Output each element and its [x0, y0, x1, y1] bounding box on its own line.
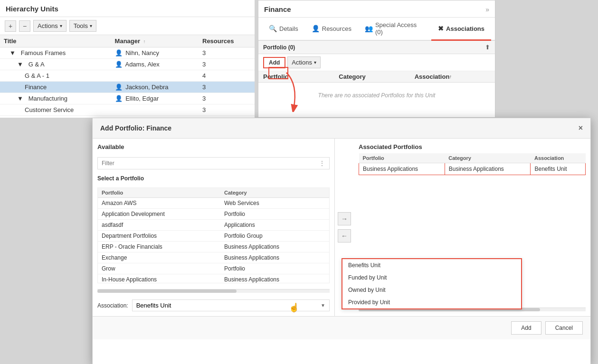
row-resources: 3 [199, 47, 255, 59]
list-portfolio: Grow [98, 263, 220, 274]
hierarchy-toolbar: + − Actions ▾ Tools ▾ [0, 17, 255, 35]
table-row[interactable]: ▼ G & A 👤 Adams, Alex 3 [0, 59, 255, 70]
list-category: Web Services [220, 198, 329, 209]
list-item[interactable]: asdfasdf Applications [98, 220, 329, 231]
association-row: Association: Benefits Unit ▼ [97, 299, 330, 311]
assoc-col-association: Association [531, 153, 586, 163]
finance-tabs: 🔍 Details 👤 Resources 👥 Special Access (… [258, 18, 495, 41]
list-col-portfolio: Portfolio [98, 188, 220, 198]
scroll-thumb [97, 289, 237, 293]
portfolio-add-button[interactable]: Add [263, 57, 285, 68]
table-row[interactable]: Customer Service 3 [0, 104, 255, 116]
row-title: Customer Service [0, 104, 111, 116]
tab-special-access[interactable]: 👥 Special Access (0) [358, 18, 431, 41]
portfolio-col-association: Association ↑ [415, 73, 490, 80]
tab-associations[interactable]: ✖ Associations [431, 18, 491, 41]
association-dropdown-menu: Benefits Unit Funded by Unit Owned by Un… [342, 258, 522, 309]
assoc-table-row-highlighted[interactable]: Business Applications Business Applicati… [359, 163, 586, 175]
assoc-category: Business Applications [445, 163, 531, 175]
select-portfolio-title: Select a Portfolio [97, 175, 330, 182]
dropdown-item-funded-by-unit[interactable]: Funded by Unit [342, 271, 521, 284]
row-resources: 3 [199, 104, 255, 116]
table-row[interactable]: ▼ Famous Frames 👤 Nihn, Nancy 3 [0, 47, 255, 59]
list-item[interactable]: Grow Portfolio [98, 263, 329, 274]
tab-resources[interactable]: 👤 Resources [305, 18, 358, 41]
list-item[interactable]: Amazon AWS Web Services [98, 198, 329, 209]
list-portfolio: asdfasdf [98, 220, 220, 231]
modal-header: Add Portfolio: Finance × [93, 118, 590, 139]
col-title: Title [0, 35, 111, 47]
list-portfolio: In-House Applications [98, 274, 220, 284]
modal-add-button[interactable]: Add [511, 321, 541, 335]
portfolio-actions-btn[interactable]: Actions ▾ [287, 56, 321, 68]
list-portfolio: Application Development [98, 209, 220, 220]
association-select[interactable]: Benefits Unit ▼ [132, 299, 330, 311]
actions-dropdown-btn[interactable]: Actions ▾ [33, 20, 66, 32]
collapse-icon[interactable]: ⬆ [485, 44, 490, 51]
portfolio-list-scroll[interactable]: Portfolio Category Amazon AWS Web Servic… [97, 187, 330, 283]
tools-dropdown-btn[interactable]: Tools ▾ [69, 20, 96, 32]
modal-title: Add Portfolio: Finance [100, 124, 171, 132]
dropdown-item-provided-by-unit[interactable]: Provided by Unit [342, 296, 521, 308]
list-item[interactable]: Department Portfolios Portfolio Group [98, 231, 329, 242]
list-portfolio: ERP - Oracle Financials [98, 242, 220, 252]
associated-portfolios-title: Associated Portfolios [359, 143, 586, 150]
assoc-col-category: Category [445, 153, 531, 163]
sort-icon: ↑ [143, 39, 145, 44]
tab-special-access-label: Special Access (0) [375, 21, 425, 36]
list-item[interactable]: Application Development Portfolio [98, 209, 329, 220]
association-dropdown-arrow: ▼ [321, 303, 325, 308]
dropdown-item-owned-by-unit[interactable]: Owned by Unit [342, 284, 521, 296]
list-item[interactable]: Exchange Business Applications [98, 252, 329, 263]
transfer-right-btn[interactable]: → [338, 212, 351, 225]
add-icon-btn[interactable]: + [5, 20, 16, 32]
row-resources-finance: 3 [199, 82, 255, 93]
table-row[interactable]: G & A - 1 4 [0, 70, 255, 82]
minus-icon-btn[interactable]: − [19, 20, 30, 32]
tab-details[interactable]: 🔍 Details [262, 18, 305, 41]
modal-cancel-button[interactable]: Cancel [545, 321, 583, 335]
row-title: ▼ G & A [0, 59, 111, 70]
row-title: G & A - 1 [0, 70, 111, 82]
details-icon: 🔍 [269, 25, 277, 32]
row-title: ▼ Manufacturing [0, 93, 111, 104]
col-manager: Manager ↑ [111, 35, 199, 47]
table-row[interactable]: ▼ Manufacturing 👤 Ellito, Edgar 3 [0, 93, 255, 104]
horizontal-scrollbar[interactable] [97, 289, 330, 293]
associations-icon: ✖ [438, 25, 444, 32]
list-portfolio: Exchange [98, 252, 220, 263]
hierarchy-title: Hierarchy Units [0, 0, 255, 17]
dropdown-item-benefits-unit[interactable]: Benefits Unit [342, 259, 521, 271]
row-manager [111, 104, 199, 116]
expand-icon[interactable]: » [485, 6, 489, 13]
portfolio-section-title: Portfolio (0) [263, 44, 295, 51]
portfolio-col-portfolio: Portfolio [263, 73, 339, 80]
row-manager-finance: 👤 Jackson, Debra [111, 82, 199, 93]
col-resources: Resources [199, 35, 255, 47]
hierarchy-panel: Hierarchy Units + − Actions ▾ Tools ▾ Ti… [0, 0, 255, 118]
filter-input[interactable] [102, 160, 317, 167]
finance-panel: Finance » 🔍 Details 👤 Resources 👥 Specia… [258, 0, 495, 118]
table-row-selected[interactable]: Finance 👤 Jackson, Debra 3 [0, 82, 255, 93]
row-resources: 3 [199, 59, 255, 70]
portfolio-toolbar: Add Actions ▾ [258, 54, 495, 71]
list-category: Business Applications [220, 242, 329, 252]
list-item[interactable]: ERP - Oracle Financials Business Applica… [98, 242, 329, 252]
associated-portfolios-table: Portfolio Category Association Business … [359, 153, 586, 175]
filter-options-icon[interactable]: ⋮ [319, 159, 325, 167]
assoc-portfolio: Business Applications [359, 163, 445, 175]
add-portfolio-modal: Add Portfolio: Finance × Available ⋮ Sel… [92, 118, 591, 364]
modal-left-panel: Available ⋮ Select a Portfolio Portfolio… [93, 139, 335, 316]
row-manager: 👤 Adams, Alex [111, 59, 199, 70]
modal-close-button[interactable]: × [579, 124, 583, 132]
row-manager: 👤 Nihn, Nancy [111, 47, 199, 59]
transfer-left-btn[interactable]: ← [338, 229, 351, 243]
tools-label: Tools [74, 22, 88, 29]
actions-label: Actions [38, 22, 58, 29]
association-value: Benefits Unit [136, 302, 171, 309]
row-title: ▼ Famous Frames [0, 47, 111, 59]
list-item[interactable]: In-House Applications Business Applicati… [98, 274, 329, 284]
list-category: Portfolio [220, 263, 329, 274]
row-title-finance: Finance [0, 82, 111, 93]
tab-associations-label: Associations [446, 25, 484, 32]
